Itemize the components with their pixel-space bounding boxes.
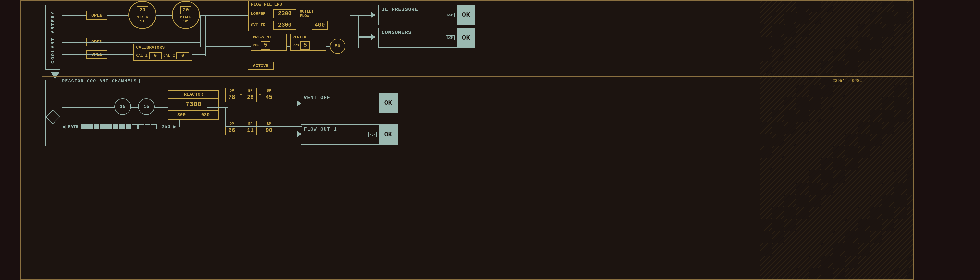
op-value-top[interactable]: 78	[226, 93, 238, 102]
bp-value-top[interactable]: 45	[263, 93, 275, 102]
rate-bar-container: ◀ RATE 250 ▶	[62, 123, 177, 130]
consumers-label-area: CONSUMERS NOM	[379, 28, 457, 48]
calibrators-title: CALIBRATORS	[134, 44, 192, 51]
cal1-label: CAL 1	[136, 54, 148, 58]
op-value-bottom[interactable]: 66	[226, 126, 238, 135]
ep-label-top: EP	[245, 88, 256, 93]
op-ep-bp-bottom-group: OP 66 - EP 11 - BP 90	[225, 121, 275, 135]
rate-seg-1	[81, 124, 86, 129]
bp-label-bottom: BP	[263, 121, 275, 126]
bp-box-bottom: BP 90	[262, 121, 275, 135]
cycler-value[interactable]: 2300	[273, 21, 296, 30]
bottom-circle2: 15	[138, 98, 155, 115]
rate-seg-10	[138, 124, 144, 129]
rate-bar	[81, 124, 157, 129]
active-badge: ACTIVE	[248, 62, 274, 70]
rate-seg-3	[94, 124, 99, 129]
rate-seg-4	[100, 124, 106, 129]
mixer-s2-value[interactable]: 20	[180, 6, 191, 14]
ep-box-top: EP 28	[244, 88, 257, 102]
rate-seg-11	[145, 124, 150, 129]
cal2-value[interactable]: 0	[177, 52, 189, 59]
mixer-s1-value[interactable]: 20	[137, 6, 148, 14]
bottom-left-panel	[45, 80, 60, 146]
op-label-bottom: OP	[226, 121, 238, 126]
open-btn-1[interactable]: OPEN	[86, 11, 107, 20]
bp-box-top: BP 45	[262, 88, 275, 102]
venter-box: VENTER PRG 5	[290, 34, 326, 51]
reactor-value[interactable]: 7300	[169, 99, 218, 110]
rate-seg-12	[151, 124, 157, 129]
vent-off-label: VENT OFF	[304, 95, 377, 100]
jl-pressure-nom: NOM	[446, 13, 455, 18]
flow-out-1-ok[interactable]: OK	[379, 125, 397, 144]
flow-out-1-box: FLOW OUT 1 NOM OK	[301, 124, 398, 145]
line-after-mixer1	[156, 15, 172, 16]
consumers-ok[interactable]: OK	[457, 28, 475, 48]
jl-pressure-label-area: JL PRESSURE NOM	[379, 5, 457, 24]
line-open3	[62, 54, 113, 55]
dash1-bottom: -	[238, 121, 244, 135]
mixer-s1: 20 MIXER S1	[128, 1, 156, 29]
lorper-label: LORPER	[251, 11, 271, 16]
consumers-nom: NOM	[446, 35, 455, 40]
ep-value-bottom[interactable]: 11	[245, 126, 256, 135]
line-reactor-right	[207, 107, 228, 108]
reactor-sub2[interactable]: 089	[194, 111, 217, 118]
lorper-value[interactable]: 2300	[273, 9, 296, 18]
lorper-row: LORPER 2300 OUTLET FLOW	[249, 8, 350, 19]
reactor-coolant-label: REACTOR COOLANT CHANNELS	[62, 79, 140, 83]
vert-line-left-branch	[200, 15, 201, 45]
line-open2-right	[113, 41, 201, 43]
reactor-sub-values: 300 089	[169, 110, 218, 119]
rate-seg-2	[87, 124, 93, 129]
pre-vent-title: PRE-VENT	[251, 35, 286, 40]
section-divider	[41, 76, 913, 77]
ep-value-top[interactable]: 28	[245, 93, 256, 102]
cal2-label: CAL 2	[163, 54, 175, 58]
mixer-s1-label: MIXER	[137, 15, 148, 19]
pre-vent-row: PRG 5	[251, 40, 286, 50]
calibrators-box: CALIBRATORS CAL 1 0 CAL 2 0	[134, 44, 192, 61]
flow-out-1-nom: NOM	[368, 132, 377, 137]
mixer-s2-label2: S2	[183, 19, 188, 24]
rate-arrow-left[interactable]: ◀	[62, 123, 65, 130]
op-box-bottom: OP 66	[225, 121, 238, 135]
jl-pressure-ok[interactable]: OK	[457, 5, 475, 24]
rate-label: RATE	[68, 124, 78, 129]
rate-seg-8	[126, 124, 131, 129]
cycler-label: CYCLER	[251, 23, 271, 27]
venter-circle-50: 50	[330, 38, 345, 54]
vent-off-label-area: VENT OFF	[301, 93, 379, 113]
reactor-sub1[interactable]: 300	[170, 111, 193, 118]
flow-out-1-label-area: FLOW OUT 1 NOM	[301, 125, 379, 144]
vent-off-ok[interactable]: OK	[379, 93, 397, 113]
op-ep-bp-top-group: OP 78 - EP 28 - BP 45	[225, 88, 275, 102]
ep-label-bottom: EP	[245, 121, 256, 126]
venter-prg-value[interactable]: 5	[301, 41, 310, 49]
mixer-s1-label2: S1	[140, 19, 145, 24]
arrow-jl-pressure	[371, 12, 375, 18]
consumers-box: CONSUMERS NOM OK	[379, 27, 476, 48]
line-open3-right	[113, 54, 136, 55]
outlet-flow-label: OUTLET	[300, 10, 313, 14]
flow-out-1-label: FLOW OUT 1	[304, 126, 377, 132]
pre-vent-prg-value[interactable]: 5	[261, 41, 270, 49]
hatch-overlay	[760, 1, 913, 279]
rate-arrow-right[interactable]: ▶	[173, 123, 177, 130]
line-open2	[62, 41, 113, 43]
jl-pressure-label: JL PRESSURE	[382, 6, 455, 13]
coolant-artery-label: COOLANT ARTERY	[45, 5, 60, 70]
dash2-bottom: -	[257, 121, 262, 135]
bp-value-bottom[interactable]: 90	[263, 126, 275, 135]
rate-seg-5	[107, 124, 112, 129]
consumers-label: CONSUMERS	[382, 30, 455, 35]
dash1-top: -	[238, 88, 244, 102]
cal1-value[interactable]: 0	[149, 52, 162, 59]
line-to-consumers	[358, 37, 372, 38]
vert-line-to-filters	[358, 15, 359, 48]
cycler-row: CYCLER 2300 400	[249, 19, 350, 31]
reactor-title: REACTOR	[169, 91, 218, 99]
outlet-value[interactable]: 400	[312, 21, 328, 30]
pre-vent-prg-label: PRG	[253, 43, 259, 48]
